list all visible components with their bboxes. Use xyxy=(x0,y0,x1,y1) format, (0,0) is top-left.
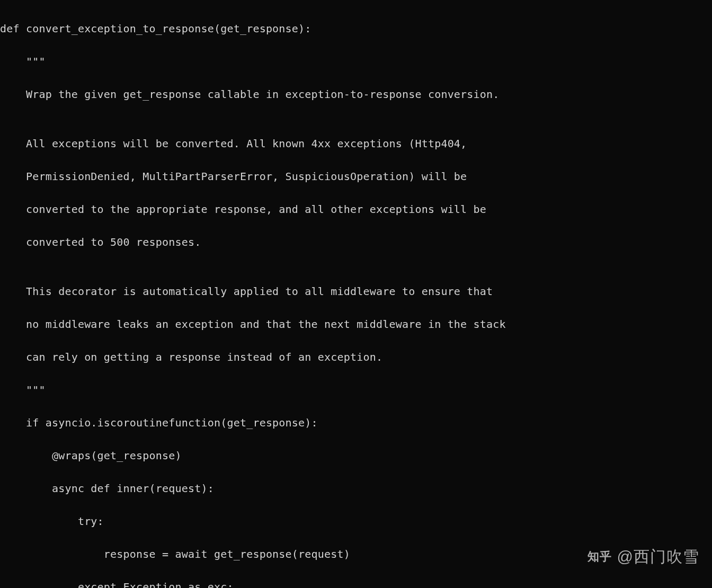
code-line: PermissionDenied, MultiPartParserError, … xyxy=(0,168,712,185)
code-line: async def inner(request): xyxy=(0,480,712,497)
code-line: converted to the appropriate response, a… xyxy=(0,201,712,218)
code-line: no middleware leaks an exception and tha… xyxy=(0,316,712,333)
code-block: def convert_exception_to_response(get_re… xyxy=(0,4,712,588)
code-line: Wrap the given get_response callable in … xyxy=(0,86,712,103)
zhihu-logo-text: 知乎 xyxy=(588,551,612,563)
zhihu-logo-icon: 知乎 xyxy=(588,551,612,563)
code-line: @wraps(get_response) xyxy=(0,448,712,464)
code-line: can rely on getting a response instead o… xyxy=(0,349,712,366)
code-line: converted to 500 responses. xyxy=(0,234,712,251)
watermark: 知乎 @西门吹雪 xyxy=(588,545,699,569)
watermark-author: @西门吹雪 xyxy=(617,545,699,569)
code-line: try: xyxy=(0,513,712,530)
code-line: except Exception as exc: xyxy=(0,579,712,588)
code-line: def convert_exception_to_response(get_re… xyxy=(0,21,712,37)
code-line: """ xyxy=(0,54,712,70)
code-line: """ xyxy=(0,382,712,398)
code-line: All exceptions will be converted. All kn… xyxy=(0,136,712,152)
code-line: if asyncio.iscoroutinefunction(get_respo… xyxy=(0,415,712,431)
code-line: This decorator is automatically applied … xyxy=(0,283,712,300)
